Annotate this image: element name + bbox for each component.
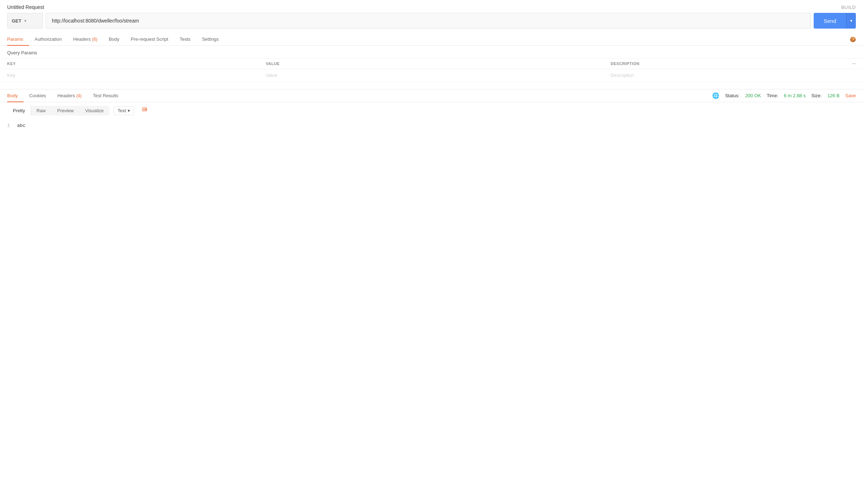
view-btn-pretty[interactable]: Pretty [7,106,31,115]
code-line-1: 1 abc [7,122,856,130]
line-number-1: 1 [7,122,10,130]
response-tab-cookies[interactable]: Cookies [24,89,52,102]
build-label: BUILD [841,5,856,10]
send-button[interactable]: Send [814,13,846,29]
method-label: GET [12,18,21,24]
view-btn-visualize[interactable]: Visualize [79,106,109,115]
params-table: KEY VALUE DESCRIPTION ··· Key Value Desc… [0,58,863,82]
response-tab-test-results[interactable]: Test Results [87,89,124,102]
method-dropdown-icon: ▾ [24,19,26,23]
top-bar: Untitled Request BUILD [0,0,863,13]
response-toolbar: Pretty Raw Preview Visualize Text ▾ [0,102,863,119]
method-select[interactable]: GET ▾ [7,13,43,29]
wrap-button[interactable] [138,105,151,116]
response-section: Body Cookies Headers (4) Test Results 🌐 … [0,89,863,133]
response-meta: 🌐 Status: 200 OK Time: 6 m 2.88 s Size: … [712,92,856,99]
format-select[interactable]: Text ▾ [114,106,134,115]
query-params-label: Query Params [0,46,863,58]
response-tabs-bar: Body Cookies Headers (4) Test Results 🌐 … [0,89,863,102]
wrap-icon [141,107,148,113]
col-header-more: ··· [845,59,863,69]
view-button-group: Pretty Raw Preview Visualize [7,106,109,115]
send-dropdown-button[interactable]: ▾ [846,13,856,29]
col-header-value: VALUE [258,59,603,69]
response-body: 1 abc [0,119,863,133]
time-value: 6 m 2.88 s [784,93,806,98]
tab-body[interactable]: Body [103,33,125,45]
status-label: Status: [725,93,739,98]
cookie-icon: 🍪 [850,36,856,42]
col-header-description: DESCRIPTION [603,59,845,69]
page-title: Untitled Request [7,4,44,10]
row-more [845,69,863,82]
size-value: 126 B [827,93,839,98]
tab-tests[interactable]: Tests [174,33,196,45]
format-dropdown-icon: ▾ [128,108,130,113]
size-label: Size: [811,93,822,98]
format-label: Text [118,108,126,113]
tab-prerequest[interactable]: Pre-request Script [125,33,174,45]
url-input[interactable] [46,13,811,29]
response-tab-body[interactable]: Body [7,89,24,102]
headers-badge: (6) [92,37,97,42]
code-content-1: abc [17,122,25,130]
more-options-icon[interactable]: ··· [852,61,856,66]
key-cell[interactable]: Key [0,69,258,82]
tab-authorization[interactable]: Authorization [29,33,68,45]
tab-headers[interactable]: Headers (6) [68,33,103,45]
request-tabs-bar: Params Authorization Headers (6) Body Pr… [0,33,863,46]
description-cell[interactable]: Description [603,69,845,82]
save-button[interactable]: Save [845,93,856,98]
view-btn-preview[interactable]: Preview [51,106,79,115]
send-button-group: Send ▾ [814,13,856,29]
tab-params[interactable]: Params [7,33,29,45]
tab-settings[interactable]: Settings [196,33,225,45]
table-row: Key Value Description [0,69,863,82]
response-tab-headers[interactable]: Headers (4) [52,89,87,102]
col-header-key: KEY [0,59,258,69]
status-value: 200 OK [745,93,761,98]
value-cell[interactable]: Value [258,69,603,82]
response-headers-badge: (4) [76,93,82,98]
time-label: Time: [767,93,778,98]
url-bar: GET ▾ Send ▾ [0,13,863,33]
globe-icon: 🌐 [712,92,719,99]
view-btn-raw[interactable]: Raw [31,106,51,115]
